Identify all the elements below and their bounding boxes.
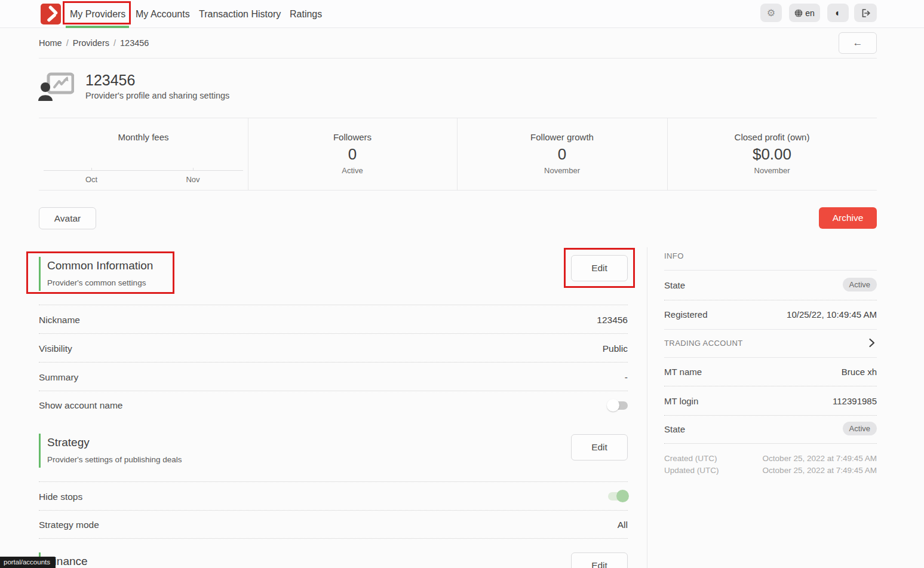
divider: [647, 247, 647, 568]
provider-profile-icon: [38, 72, 74, 101]
stat-value: 0: [457, 145, 667, 164]
stat-value: 0: [248, 145, 457, 164]
stat-card-follower-growth: Follower growth 0 November: [457, 118, 667, 190]
divider: [39, 362, 628, 363]
stat-caption: Active: [248, 166, 457, 175]
divider: [664, 415, 877, 416]
edit-common-information-button[interactable]: Edit: [571, 255, 628, 281]
field-label-summary: Summary: [39, 372, 78, 383]
divider: [39, 333, 628, 334]
divider: [39, 391, 628, 391]
field-label-show-account-name: Show account name: [39, 400, 122, 411]
info-label-account-state: State: [664, 424, 685, 434]
back-arrow-icon: ←: [853, 37, 863, 48]
info-value-mt-login: 112391985: [833, 396, 877, 406]
chart-tick-label: Oct: [85, 175, 97, 184]
logout-button[interactable]: [854, 4, 877, 22]
info-value-created-utc: October 25, 2022 at 7:49:45 AM: [763, 454, 877, 463]
field-label-visibility: Visibility: [39, 343, 72, 354]
theme-toggle-button[interactable]: ◐: [827, 4, 849, 22]
section-title-strategy: Strategy: [47, 436, 90, 449]
info-label-created-utc: Created (UTC): [664, 454, 717, 463]
nav-item-ratings[interactable]: Ratings: [290, 0, 322, 28]
nav-item-my-providers[interactable]: My Providers: [70, 0, 125, 28]
breadcrumb-home[interactable]: Home: [39, 38, 62, 48]
back-button[interactable]: ←: [839, 32, 877, 54]
chart-tick: [193, 168, 194, 171]
divider: [664, 300, 877, 300]
stat-caption: November: [667, 166, 877, 175]
section-accent-bar: [39, 434, 41, 468]
field-label-nickname: Nickname: [39, 315, 80, 326]
divider: [39, 305, 628, 305]
stat-title: Follower growth: [457, 132, 667, 142]
brand-logo-icon[interactable]: [41, 4, 61, 24]
section-subtitle: Provider's common settings: [47, 278, 146, 287]
divider: [39, 538, 628, 539]
stat-card-followers: Followers 0 Active: [248, 118, 457, 190]
gear-icon: ⚙: [767, 8, 775, 18]
info-panel-header: INFO: [664, 251, 684, 260]
toggle-knob: [607, 399, 619, 412]
archive-button[interactable]: Archive: [819, 207, 877, 229]
divider: [39, 481, 628, 482]
nav-item-transaction-history[interactable]: Transaction History: [199, 0, 281, 28]
breadcrumb-providers[interactable]: Providers: [73, 38, 109, 48]
top-navbar: My Providers My Accounts Transaction His…: [0, 0, 924, 28]
breadcrumb: Home/Providers/123456: [39, 28, 149, 58]
section-title-common-information: Common Information: [47, 259, 153, 272]
trading-account-header[interactable]: TRADING ACCOUNT: [664, 339, 743, 348]
chevron-right-icon[interactable]: [868, 338, 875, 348]
page-title: 123456: [85, 72, 135, 89]
contrast-icon: ◐: [835, 8, 841, 18]
divider: [664, 329, 877, 330]
info-label-mt-name: MT name: [664, 367, 702, 377]
avatar-button[interactable]: Avatar: [39, 207, 96, 229]
logout-icon: [861, 8, 871, 18]
link-status-tooltip: portal/accounts: [0, 557, 56, 568]
divider: [39, 510, 628, 511]
state-badge: Active: [843, 278, 877, 291]
chart-tick-label: Nov: [186, 175, 199, 184]
stat-title: Followers: [248, 132, 457, 142]
info-label-registered: Registered: [664, 309, 708, 320]
info-label-mt-login: MT login: [664, 396, 698, 406]
info-value-mt-name: Bruce xh: [842, 367, 877, 377]
field-value-summary: -: [625, 372, 628, 383]
divider: [664, 386, 877, 386]
field-value-strategy-mode: All: [618, 520, 628, 530]
stat-value: $0.00: [667, 145, 877, 164]
section-accent-bar: [39, 257, 41, 291]
info-label-updated-utc: Updated (UTC): [664, 466, 719, 475]
page-subtitle: Provider's profile and sharing settings: [85, 91, 229, 100]
field-value-visibility: Public: [603, 343, 628, 354]
stat-caption: November: [457, 166, 667, 175]
section-subtitle: Provider's settings of publishing deals: [47, 455, 182, 464]
field-label-hide-stops: Hide stops: [39, 492, 82, 502]
divider: [664, 270, 877, 271]
breadcrumb-separator: /: [66, 38, 69, 48]
stat-card-monthly-fees: Monthly fees Oct Nov: [39, 118, 248, 190]
account-state-badge: Active: [843, 422, 877, 435]
annotation-box-common-information: [26, 251, 174, 294]
breadcrumb-separator: /: [113, 38, 116, 48]
field-label-strategy-mode: Strategy mode: [39, 520, 99, 530]
divider: [39, 58, 877, 59]
globe-icon: [794, 9, 803, 17]
edit-finance-button[interactable]: Edit: [571, 552, 628, 568]
stat-card-closed-profit: Closed profit (own) $0.00 November: [667, 118, 877, 190]
divider: [664, 357, 877, 358]
breadcrumb-current: 123456: [120, 38, 149, 48]
edit-strategy-button[interactable]: Edit: [571, 434, 628, 460]
language-button[interactable]: en: [789, 4, 820, 22]
hide-stops-toggle[interactable]: [608, 492, 628, 501]
language-code-label: en: [805, 8, 815, 18]
divider: [664, 443, 877, 444]
nav-item-my-accounts[interactable]: My Accounts: [136, 0, 190, 28]
settings-button[interactable]: ⚙: [760, 4, 782, 22]
stat-title: Monthly fees: [39, 132, 248, 142]
provider-profile-page: My Providers My Accounts Transaction His…: [0, 0, 924, 568]
show-account-name-toggle[interactable]: [608, 401, 628, 410]
info-value-updated-utc: October 25, 2022 at 7:49:45 AM: [763, 466, 877, 475]
field-value-nickname: 123456: [597, 315, 628, 326]
